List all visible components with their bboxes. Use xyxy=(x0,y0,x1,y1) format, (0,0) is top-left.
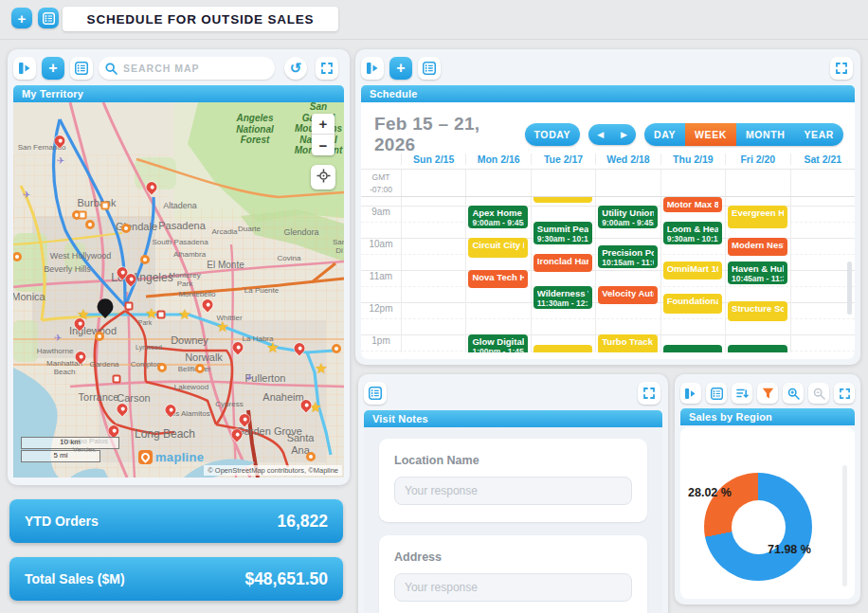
calendar-event[interactable] xyxy=(533,197,592,203)
calendar-event[interactable]: Evergreen Habit xyxy=(728,206,787,228)
map-marker-stop[interactable] xyxy=(306,452,316,461)
map-marker-star[interactable]: ★ xyxy=(178,307,190,321)
calendar-event[interactable] xyxy=(728,345,787,352)
map-marker-pin-black[interactable] xyxy=(94,296,117,318)
map-marker-plane[interactable]: ✈ xyxy=(57,156,64,166)
calendar-event[interactable]: Nova Tech Hub xyxy=(468,270,527,288)
calendar-event[interactable]: Modern Nest Co xyxy=(728,238,787,256)
day-column-sun[interactable] xyxy=(401,197,465,352)
visit-notes-fullscreen-button[interactable] xyxy=(638,382,660,405)
calendar-event[interactable]: Apex Home I9:00am - 9:45am xyxy=(468,206,527,228)
map-marker-pin[interactable] xyxy=(52,134,67,149)
map-marker-stop[interactable] xyxy=(157,363,167,372)
calendar-event[interactable]: Haven & Hull10:45am - 11:30am xyxy=(728,261,787,284)
search-input[interactable] xyxy=(99,57,275,80)
schedule-add-button[interactable]: + xyxy=(389,57,412,80)
calendar-event[interactable]: Foundational Co xyxy=(663,294,722,314)
map-marker-pin[interactable] xyxy=(292,341,307,356)
sales-filter-button[interactable] xyxy=(757,383,778,404)
calendar-scrollbar[interactable] xyxy=(847,261,852,315)
calendar-event[interactable] xyxy=(663,345,722,352)
day-column-sat[interactable] xyxy=(790,197,855,352)
day-column-fri[interactable]: Evergreen HabitModern Nest CoHaven & Hul… xyxy=(725,197,789,352)
calendar-event[interactable]: Summit Peak9:30am - 10:15am xyxy=(533,222,592,244)
calendar-event[interactable]: Structure Sourc xyxy=(728,301,787,321)
map-marker-pin[interactable] xyxy=(144,180,159,195)
address-input[interactable] xyxy=(394,573,632,602)
map-marker-star[interactable]: ★ xyxy=(216,319,228,334)
widget-list-button[interactable] xyxy=(38,8,59,28)
view-day-button[interactable]: DAY xyxy=(644,123,685,146)
schedule-fullscreen-button[interactable] xyxy=(830,57,853,80)
zoom-in-button[interactable]: + xyxy=(312,114,335,135)
sales-sort-button[interactable] xyxy=(732,383,752,404)
sales-fullscreen-button[interactable] xyxy=(834,383,855,404)
calendar-event[interactable]: Glow Digital1:00pm - 1:45pm xyxy=(468,334,527,352)
map-marker-sq-org[interactable] xyxy=(79,211,87,220)
day-column-tue[interactable]: Summit Peak9:30am - 10:15amIronclad Hard… xyxy=(531,197,595,352)
map-marker-sq-org[interactable] xyxy=(101,202,110,210)
view-week-button[interactable]: WEEK xyxy=(685,123,736,146)
map-sidebar-toggle-button[interactable] xyxy=(13,57,36,80)
calendar-event[interactable]: Loom & Hear9:30am - 10:15am xyxy=(663,222,722,244)
map-marker-sq-red[interactable] xyxy=(157,311,166,319)
map-marker-pin[interactable] xyxy=(237,412,252,427)
map-marker-plane[interactable]: ✈ xyxy=(245,373,253,383)
calendar-event[interactable] xyxy=(533,345,592,352)
map-marker-stop[interactable] xyxy=(85,220,95,229)
zoom-out-button[interactable]: − xyxy=(312,135,335,155)
map-marker-star[interactable]: ★ xyxy=(315,361,327,375)
sales-list-button[interactable] xyxy=(706,383,727,404)
location-name-input[interactable] xyxy=(394,477,632,505)
map-marker-pin[interactable] xyxy=(229,427,244,442)
map-marker-stop[interactable] xyxy=(195,364,205,373)
day-column-mon[interactable]: Apex Home I9:00am - 9:45amCircuit City D… xyxy=(465,197,530,352)
calendar-event[interactable]: OmniMart 10:45 xyxy=(663,261,722,279)
view-year-button[interactable]: YEAR xyxy=(794,123,843,146)
add-widget-button[interactable]: + xyxy=(11,8,32,28)
calendar-event[interactable]: Ironclad Hardw xyxy=(533,254,592,272)
map-marker-stop[interactable] xyxy=(13,252,22,261)
calendar-event[interactable]: Velocity Auto Pa xyxy=(598,286,657,304)
map-marker-pin[interactable] xyxy=(163,403,178,418)
map-marker-sq-red[interactable] xyxy=(113,375,121,384)
territory-map[interactable]: San FernandoBurbankGlendalePasadenaAltad… xyxy=(13,102,344,478)
visit-notes-list-button[interactable] xyxy=(364,382,387,405)
map-marker-plane[interactable]: ✈ xyxy=(23,190,30,200)
calendar-event[interactable]: Wilderness V11:30am - 12:15pm xyxy=(533,286,592,309)
next-button[interactable]: ▶ xyxy=(612,124,636,145)
prev-button[interactable]: ◀ xyxy=(588,124,612,145)
map-add-button[interactable]: + xyxy=(42,57,64,80)
map-marker-plane[interactable]: ✈ xyxy=(54,334,62,343)
day-column-wed[interactable]: Utility Union9:00am - 9:45amPrecision Po… xyxy=(595,197,660,352)
calendar-event[interactable]: Turbo Track Sup xyxy=(598,334,657,352)
map-list-button[interactable] xyxy=(70,57,93,80)
map-marker-stop[interactable] xyxy=(121,224,131,233)
schedule-sidebar-toggle-button[interactable] xyxy=(361,57,384,80)
sales-sidebar-toggle-button[interactable] xyxy=(680,383,701,404)
calendar-event[interactable]: Motor Max 8:45 xyxy=(663,197,722,212)
map-marker-sq-red[interactable] xyxy=(125,302,134,311)
calendar-event[interactable]: Utility Union9:00am - 9:45am xyxy=(598,206,657,228)
calendar-event[interactable]: Circuit City Dyn xyxy=(468,238,527,258)
map-marker-pin[interactable] xyxy=(200,297,215,313)
schedule-list-button[interactable] xyxy=(418,57,441,80)
map-fullscreen-button[interactable] xyxy=(316,57,338,80)
map-marker-stop[interactable] xyxy=(95,332,104,341)
map-history-button[interactable]: ↺ xyxy=(284,57,307,80)
today-button[interactable]: TODAY xyxy=(525,123,581,146)
sales-scrollbar[interactable] xyxy=(842,465,847,586)
day-column-thu[interactable]: Motor Max 8:45Loom & Hear9:30am - 10:15a… xyxy=(660,197,725,352)
view-switcher: DAY WEEK MONTH YEAR xyxy=(644,123,843,146)
map-marker-pin[interactable] xyxy=(115,402,130,417)
view-month-button[interactable]: MONTH xyxy=(736,123,795,146)
map-marker-stop[interactable] xyxy=(332,344,341,353)
map-marker-pin[interactable] xyxy=(73,350,88,365)
locate-button[interactable] xyxy=(311,165,335,189)
calendar-event[interactable]: Precision Pow10:15am - 11:00am xyxy=(598,245,657,268)
sales-zoom-out-button[interactable] xyxy=(808,383,829,404)
map-marker-pin[interactable] xyxy=(230,340,245,355)
map-marker-star[interactable]: ★ xyxy=(266,340,279,354)
sales-zoom-in-button[interactable] xyxy=(783,383,804,404)
map-marker-stop[interactable] xyxy=(140,255,150,264)
